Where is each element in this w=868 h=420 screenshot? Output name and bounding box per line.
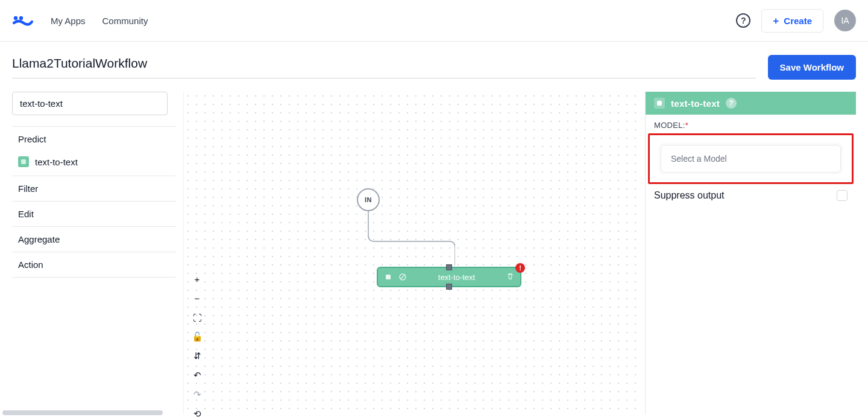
required-star: * bbox=[685, 121, 688, 130]
undo-button[interactable]: ↶ bbox=[190, 368, 204, 383]
section-header-edit[interactable]: Edit bbox=[12, 202, 176, 226]
save-workflow-button[interactable]: Save Workflow bbox=[768, 55, 856, 80]
panel-body: MODEL:* Select a Model Suppress output bbox=[646, 115, 856, 201]
chip-icon bbox=[384, 273, 392, 281]
page-title: Llama2TutorialWorkflow bbox=[12, 56, 756, 78]
panel-help-icon[interactable]: ? bbox=[726, 98, 737, 109]
svg-point-1 bbox=[19, 16, 23, 20]
section-action: Action bbox=[12, 252, 176, 278]
suppress-output-checkbox[interactable] bbox=[837, 190, 848, 201]
error-badge-icon: ! bbox=[515, 263, 525, 273]
section-aggregate: Aggregate bbox=[12, 226, 176, 252]
layout-button[interactable]: ⇵ bbox=[190, 349, 204, 363]
zoom-in-button[interactable]: + bbox=[190, 272, 204, 286]
svg-line-4 bbox=[401, 275, 405, 279]
create-button[interactable]: + Create bbox=[761, 9, 823, 33]
predict-item-label: text-to-text bbox=[35, 157, 78, 167]
section-header-action[interactable]: Action bbox=[12, 252, 176, 277]
lock-button[interactable]: 🔓 bbox=[190, 329, 204, 344]
chip-icon bbox=[654, 98, 665, 109]
nav-links: My Apps Community bbox=[51, 16, 148, 26]
panel-header: text-to-text ? bbox=[646, 92, 856, 115]
nav-my-apps[interactable]: My Apps bbox=[51, 16, 86, 26]
redo-button[interactable]: ↷ bbox=[190, 387, 204, 402]
sidebar-left: Predict text-to-text Filter Edit Aggrega… bbox=[12, 92, 176, 415]
plus-icon: + bbox=[773, 16, 779, 26]
zoom-out-button[interactable]: − bbox=[190, 291, 204, 305]
suppress-output-label: Suppress output bbox=[654, 190, 725, 201]
section-header-filter[interactable]: Filter bbox=[12, 176, 176, 201]
logo-icon[interactable] bbox=[12, 14, 34, 27]
svg-rect-2 bbox=[386, 275, 391, 279]
create-button-label: Create bbox=[784, 16, 812, 26]
properties-panel: text-to-text ? MODEL:* Select a Model Su… bbox=[645, 92, 856, 415]
section-filter: Filter bbox=[12, 176, 176, 201]
connector-line bbox=[368, 211, 455, 266]
section-predict: Predict text-to-text bbox=[12, 126, 176, 176]
section-edit: Edit bbox=[12, 201, 176, 226]
model-field-label: MODEL:* bbox=[646, 121, 856, 130]
workflow-canvas[interactable]: + − ⛶ 🔓 ⇵ ↶ ↷ ⟲ IN text-to-text ! bbox=[183, 92, 638, 415]
nav-community[interactable]: Community bbox=[102, 16, 148, 26]
model-label-text: MODEL: bbox=[654, 121, 685, 130]
help-icon[interactable]: ? bbox=[736, 13, 750, 28]
nav-right: ? + Create IA bbox=[736, 9, 856, 33]
panel-header-title: text-to-text bbox=[671, 98, 720, 109]
section-header-aggregate[interactable]: Aggregate bbox=[12, 227, 176, 252]
svg-point-0 bbox=[14, 16, 17, 20]
input-node[interactable]: IN bbox=[357, 188, 380, 211]
model-select[interactable]: Select a Model bbox=[661, 145, 841, 173]
node-search-input[interactable] bbox=[12, 92, 168, 115]
model-select-highlight: Select a Model bbox=[648, 133, 854, 184]
suppress-output-row: Suppress output bbox=[646, 186, 856, 201]
avatar[interactable]: IA bbox=[834, 10, 856, 31]
node-label: text-to-text bbox=[413, 273, 500, 282]
disabled-icon bbox=[398, 273, 407, 281]
canvas-toolbar: + − ⛶ 🔓 ⇵ ↶ ↷ ⟲ bbox=[190, 272, 204, 420]
fullscreen-button[interactable]: ⛶ bbox=[190, 310, 204, 325]
chip-icon bbox=[18, 156, 29, 167]
predict-item-text-to-text[interactable]: text-to-text bbox=[12, 151, 176, 176]
refresh-button[interactable]: ⟲ bbox=[190, 407, 204, 420]
title-row: Llama2TutorialWorkflow Save Workflow bbox=[0, 42, 868, 80]
top-nav: My Apps Community ? + Create IA bbox=[0, 0, 868, 42]
text-to-text-node[interactable]: text-to-text ! bbox=[377, 267, 521, 287]
main-area: Predict text-to-text Filter Edit Aggrega… bbox=[0, 80, 868, 415]
section-header-predict[interactable]: Predict bbox=[12, 127, 176, 151]
horizontal-scrollbar[interactable] bbox=[2, 410, 163, 415]
delete-node-button[interactable] bbox=[506, 272, 514, 282]
